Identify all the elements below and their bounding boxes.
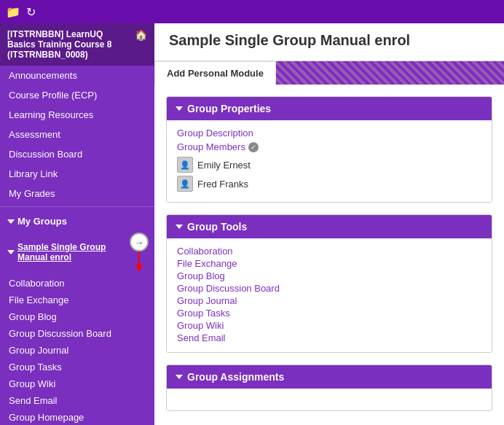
group-tools-header: Group Tools <box>167 215 492 238</box>
red-arrow-wrapper <box>135 252 143 272</box>
sidebar-item-learning-resources[interactable]: Learning Resources <box>0 105 154 125</box>
avatar-fred: 👤 <box>177 176 193 192</box>
sidebar-item-group-tasks[interactable]: Group Tasks <box>0 359 154 375</box>
sidebar-item-send-email[interactable]: Send Email <box>0 392 154 409</box>
tool-collaboration[interactable]: Collaboration <box>177 246 481 257</box>
sidebar-item-assessment[interactable]: Assessment <box>0 125 154 144</box>
group-tools-section: Group Tools Collaboration File Exchange … <box>166 214 492 353</box>
sidebar-item-group-blog[interactable]: Group Blog <box>0 308 154 325</box>
sidebar-item-course-profile[interactable]: Course Profile (ECP) <box>0 85 154 105</box>
group-name-link[interactable]: Sample Single Group Manual enrol <box>17 242 130 262</box>
group-description-link[interactable]: Group Description <box>177 128 481 139</box>
course-label: [ITSTRNBBN] LearnUQ Basics Training Cour… <box>7 29 132 60</box>
top-bar: 📁 ↻ <box>0 0 504 23</box>
properties-triangle-icon <box>176 106 183 111</box>
sidebar-item-group-homepage[interactable]: Group Homepage <box>0 409 154 425</box>
triangle-down-icon <box>7 219 15 224</box>
refresh-icon[interactable]: ↻ <box>26 5 36 19</box>
tab-bar: Add Personal Module <box>154 61 504 85</box>
tool-send-email[interactable]: Send Email <box>177 332 481 343</box>
group-assignments-body <box>167 389 492 410</box>
member-name-fred: Fred Franks <box>197 179 248 190</box>
group-triangle-icon <box>7 250 15 254</box>
content-body: Group Properties Group Description Group… <box>154 85 504 425</box>
sidebar-item-library-link[interactable]: Library Link <box>0 164 154 184</box>
group-assignments-section: Group Assignments <box>166 364 492 411</box>
sidebar-item-group-wiki[interactable]: Group Wiki <box>0 375 154 392</box>
assignments-triangle-icon <box>176 375 183 379</box>
sidebar-item-file-exchange[interactable]: File Exchange <box>0 292 154 308</box>
sidebar-item-group-discussion-board[interactable]: Group Discussion Board <box>0 325 154 342</box>
folder-icon[interactable]: 📁 <box>6 5 20 19</box>
my-groups-header: My Groups <box>0 210 154 230</box>
sidebar-item-collaboration[interactable]: Collaboration <box>0 275 154 292</box>
red-arrowhead <box>135 265 143 272</box>
tool-group-blog[interactable]: Group Blog <box>177 270 481 281</box>
group-properties-body: Group Description Group Members ✓ 👤 Emil… <box>167 120 492 202</box>
group-properties-title: Group Properties <box>187 103 271 114</box>
content-area: Sample Single Group Manual enrol Add Per… <box>154 23 504 425</box>
sidebar-item-announcements[interactable]: Announcements <box>0 66 154 85</box>
sidebar: [ITSTRNBBN] LearnUQ Basics Training Cour… <box>0 23 154 425</box>
my-groups-label: My Groups <box>17 216 67 227</box>
sidebar-item-my-grades[interactable]: My Grades <box>0 184 154 203</box>
member-row-fred: 👤 Fred Franks <box>177 176 481 192</box>
tool-group-journal[interactable]: Group Journal <box>177 295 481 306</box>
check-icon: ✓ <box>248 142 259 152</box>
sidebar-item-discussion-board[interactable]: Discussion Board <box>0 144 154 164</box>
sidebar-item-group-journal[interactable]: Group Journal <box>0 342 154 359</box>
tool-group-discussion-board[interactable]: Group Discussion Board <box>177 283 481 294</box>
tool-group-tasks[interactable]: Group Tasks <box>177 308 481 319</box>
group-properties-section: Group Properties Group Description Group… <box>166 96 492 203</box>
tab-add-personal-module[interactable]: Add Personal Module <box>154 61 276 85</box>
home-icon[interactable]: 🏠 <box>135 29 147 41</box>
group-assignments-header: Group Assignments <box>167 365 492 389</box>
tools-triangle-icon <box>176 225 183 229</box>
group-tools-title: Group Tools <box>187 221 247 233</box>
red-line <box>138 252 140 265</box>
divider <box>0 206 154 207</box>
avatar-emily: 👤 <box>177 157 193 173</box>
group-arrow-button[interactable]: → <box>130 233 149 252</box>
content-header: Sample Single Group Manual enrol <box>154 23 504 61</box>
arrow-indicator: → <box>130 233 149 272</box>
group-members-label: Group Members ✓ <box>177 141 481 152</box>
group-assignments-title: Group Assignments <box>187 371 284 383</box>
tab-stripe <box>276 61 504 85</box>
page-title: Sample Single Group Manual enrol <box>169 32 489 49</box>
tool-file-exchange[interactable]: File Exchange <box>177 258 481 269</box>
group-name-row: Sample Single Group Manual enrol → <box>0 230 154 275</box>
main-layout: [ITSTRNBBN] LearnUQ Basics Training Cour… <box>0 23 504 425</box>
member-row-emily: 👤 Emily Ernest <box>177 157 481 173</box>
sidebar-course: [ITSTRNBBN] LearnUQ Basics Training Cour… <box>0 23 154 66</box>
member-name-emily: Emily Ernest <box>197 160 251 171</box>
group-properties-header: Group Properties <box>167 97 492 120</box>
group-tools-body: Collaboration File Exchange Group Blog G… <box>167 238 492 352</box>
tool-group-wiki[interactable]: Group Wiki <box>177 320 481 331</box>
